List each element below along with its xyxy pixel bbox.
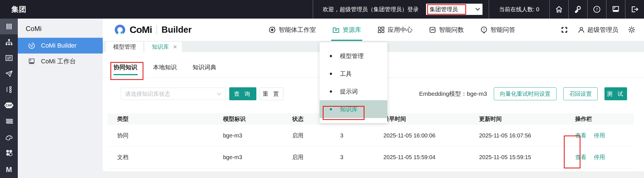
cell-model: bge-m3 (213, 146, 282, 168)
table-row: 文档 bge-m3 启用 3 2025-11-05 15:59:04 2025-… (107, 146, 634, 168)
nav-label: 智能体工作室 (279, 26, 316, 34)
menu-item-prompts[interactable]: 提示词 (320, 83, 387, 100)
nav-agent-studio[interactable]: 智能体工作室 (268, 19, 316, 41)
nav-app-center[interactable]: 应用中心 (377, 19, 412, 41)
col-actions: 操作栏 (565, 113, 634, 125)
menu-item-knowledge-base[interactable]: 知识库 (320, 100, 387, 118)
close-icon[interactable]: ✕ (173, 44, 177, 50)
sidebar-item-comi-builder[interactable]: CoMi Builder (18, 38, 103, 54)
tab-label: 知识库 (152, 43, 169, 51)
topbar-right: 欢迎，超级管理员（集团管理员）登录 集团管理员 当前在线人数: 0 ? (313, 0, 644, 19)
rail-apps-item[interactable] (0, 145, 18, 161)
brand-name: CoMi (130, 24, 152, 35)
help-icon[interactable]: ? (588, 0, 606, 19)
menu-item-tools[interactable]: 工具 (320, 65, 387, 83)
cell-type: 协同 (107, 125, 213, 146)
query-button[interactable]: 查 询 (229, 87, 256, 100)
test-button[interactable]: 测 试 (604, 87, 627, 100)
page: 集团 欢迎，超级管理员（集团管理员）登录 集团管理员 当前在线人数: 0 ? (0, 0, 644, 178)
tab-knowledge-dictionary[interactable]: 知识词典 (193, 63, 216, 77)
vectorize-retry-settings-button[interactable]: 向量化重试时间设置 (494, 87, 556, 100)
cell-earliest: 2025-11-05 15:59:04 (374, 146, 469, 168)
svg-text:?: ? (483, 28, 485, 32)
bullet-icon (330, 90, 332, 93)
menu-item-model-management[interactable]: 模型管理 (320, 47, 387, 65)
home-icon[interactable] (550, 0, 568, 19)
brand-suffix: Builder (161, 25, 192, 35)
rail-pipeline-item[interactable] (0, 82, 18, 97)
gear-icon[interactable] (628, 26, 636, 34)
nav-smart-data-qa[interactable]: 智能问数 (429, 19, 464, 41)
workbench-icon (28, 58, 35, 65)
nav-smart-qa[interactable]: ? 智能问答 (480, 19, 515, 41)
rail-console-item[interactable] (0, 50, 18, 66)
embedding-model-label: Embedding模型：bge-m3 (419, 90, 487, 98)
nav-label: 智能问数 (439, 26, 464, 34)
org-role-select[interactable]: 集团管理员 (426, 4, 483, 15)
sidebar-item-label: CoMi Builder (41, 42, 77, 49)
disable-link[interactable]: 停用 (594, 154, 605, 160)
nav-resource-library[interactable]: 资源库 (332, 19, 361, 41)
tab-collaborative-knowledge[interactable]: 协同知识 (113, 63, 137, 77)
compass-icon (268, 26, 276, 34)
bullet-icon (330, 55, 332, 57)
view-link[interactable]: 查看 (575, 132, 586, 139)
reset-button[interactable]: 重 置 (260, 87, 283, 100)
app-sidebar-title: CoMi (18, 19, 103, 38)
nav-label: 智能问答 (490, 26, 515, 34)
clover-icon (5, 149, 13, 157)
sidebar-item-comi-workbench[interactable]: CoMi 工作台 (18, 54, 103, 69)
status-badge: 启用 (282, 146, 330, 168)
table-row: 协同 bge-m3 启用 3 2025-11-05 16:00:06 2025-… (107, 125, 634, 146)
tab-local-knowledge[interactable]: 本地知识 (153, 63, 177, 77)
rail-orgchart-item[interactable] (0, 34, 18, 50)
chart-box-icon (429, 26, 436, 34)
builder-icon (28, 42, 35, 49)
resource-library-menu: 模型管理 工具 提示词 知识库 (320, 42, 387, 123)
col-model-id: 模型标识 (213, 113, 282, 125)
col-update-time: 更新时间 (469, 113, 565, 125)
fullscreen-icon[interactable] (561, 26, 568, 34)
kb-status-placeholder: 请选择知识库状态 (125, 90, 170, 98)
cell-actions: 查看停用 (565, 125, 634, 146)
grid-icon (377, 26, 385, 34)
books-icon (5, 117, 13, 125)
user-menu[interactable]: 超级管理员 (578, 26, 618, 34)
brand: CoMi Builder (114, 24, 268, 36)
bullet-icon (330, 73, 332, 75)
view-link[interactable]: 查看 (575, 154, 586, 160)
chevron-down-icon (217, 92, 222, 95)
rail-columns-item[interactable] (0, 19, 18, 34)
cell-updated: 2025-11-05 16:07:56 (469, 125, 565, 146)
columns-icon (5, 23, 13, 30)
sidebar-item-label: CoMi 工作台 (41, 57, 76, 66)
divider (156, 25, 157, 35)
nav-label: 应用中心 (388, 26, 412, 34)
kb-status-select[interactable]: 请选择知识库状态 (121, 88, 226, 100)
rail-publish-item[interactable] (0, 66, 18, 82)
online-count: 当前在线人数: 0 (489, 6, 549, 13)
folder-icon (332, 26, 340, 33)
key-icon[interactable] (569, 0, 587, 19)
page-background-strip (103, 171, 644, 178)
cell-earliest: 2025-11-05 16:00:06 (374, 125, 469, 146)
cell-actions: 查看停用 (565, 146, 634, 168)
workspace-tab-model-management[interactable]: 模型管理 (106, 42, 143, 52)
svg-text:?: ? (596, 7, 598, 12)
monitor-icon[interactable] (606, 0, 625, 19)
control-panel-icon (5, 54, 13, 62)
rail-knowledge-item[interactable] (0, 113, 18, 129)
global-topbar: 集团 欢迎，超级管理员（集团管理员）登录 集团管理员 当前在线人数: 0 ? (0, 0, 644, 19)
rail-theme-item[interactable] (0, 129, 18, 145)
tab-label: 模型管理 (113, 43, 136, 51)
rail-cap-item[interactable]: CAP (0, 97, 18, 113)
group-logo: 集团 (0, 5, 27, 14)
nav-label: 资源库 (342, 26, 361, 34)
recall-settings-button[interactable]: 召回设置 (563, 87, 598, 100)
cell-updated: 2025-11-05 15:59:15 (469, 146, 565, 168)
logout-icon[interactable] (625, 0, 644, 19)
paper-plane-icon (5, 70, 13, 78)
workspace-tab-knowledge-base[interactable]: 知识库 ✕ (145, 42, 182, 52)
module-rail: CAP M (0, 19, 18, 178)
disable-link[interactable]: 停用 (594, 132, 605, 139)
